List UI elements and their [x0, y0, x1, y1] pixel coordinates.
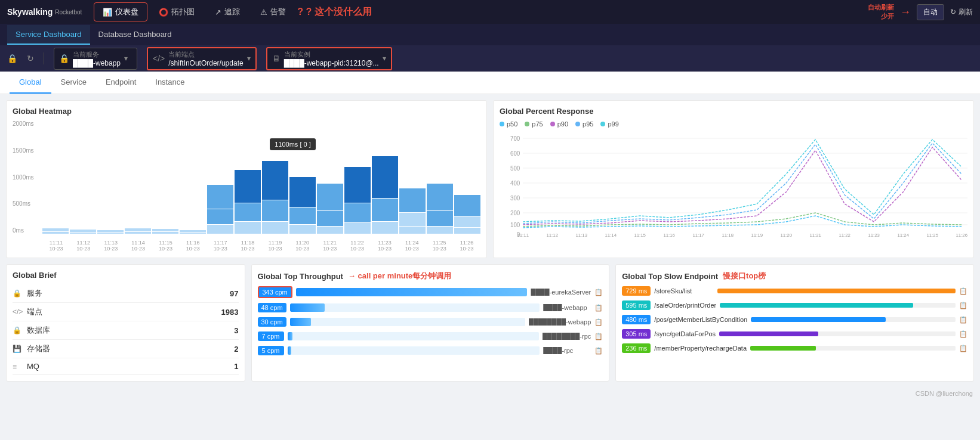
- nav-dashboard-label: 仪表盘: [115, 7, 138, 17]
- toolbar: 🔒 ↻ 🔒 当前服务 ████-webapp ▾ </> 当前端点 /shift…: [0, 45, 980, 72]
- heatmap-column: [262, 120, 288, 234]
- cpm-badge-3: 30 cpm: [258, 317, 286, 327]
- y-label-1000: 1000ms: [13, 174, 39, 181]
- endpoint-selector[interactable]: </> 当前端点 /shiftInOutOrder/update ▾: [147, 47, 257, 70]
- copy-icon[interactable]: 📋: [959, 287, 967, 295]
- tab-service[interactable]: Service: [51, 72, 96, 94]
- service-label: 当前服务: [73, 50, 121, 59]
- database-icon: 🔒: [13, 326, 23, 334]
- heatmap-column: [180, 120, 206, 234]
- list-item: 48 cpm ████-webapp 📋: [258, 303, 603, 312]
- nav-alarm-label: 告警: [270, 7, 286, 17]
- svg-text:700: 700: [510, 135, 520, 142]
- top-slow-card: Global Top Slow Endpoint 慢接口top榜 729 ms …: [615, 264, 974, 382]
- x-label: 11:21 10-23: [323, 240, 337, 252]
- p75-dot: [525, 122, 529, 126]
- tab-global[interactable]: Global: [10, 72, 51, 94]
- endpoint-value: /shiftInOutOrder/update: [168, 59, 243, 67]
- nav-trace[interactable]: ↗ 追踪: [206, 2, 249, 21]
- global-percent-response-card: Global Percent Response p50 p75 p90 p95 …: [493, 100, 974, 258]
- refresh-label: 刷新: [959, 7, 973, 17]
- percent-response-chart: 700 600 500 400 300 200 100 0 11:11: [500, 132, 967, 237]
- app-name: Skywalking: [7, 7, 53, 17]
- legend-p95: p95: [575, 120, 593, 128]
- chevron-down-icon: ▾: [124, 54, 128, 63]
- global-brief-card: Global Brief 🔒 服务 97 </> 端点 1983 🔒 数据库 3…: [6, 264, 245, 382]
- heatmap-column: [70, 120, 96, 234]
- list-item: 236 ms /memberProperty/rechargeData 📋: [622, 343, 967, 353]
- copy-icon[interactable]: 📋: [959, 330, 967, 338]
- copy-icon[interactable]: 📋: [959, 316, 967, 324]
- mq-count: 1: [234, 362, 238, 371]
- nav-dashboard[interactable]: 📊 仪表盘: [94, 2, 147, 21]
- throughput-bar: [288, 332, 292, 340]
- tab-instance[interactable]: Instance: [146, 72, 194, 94]
- refresh-icon[interactable]: ↻: [27, 54, 34, 63]
- database-count: 3: [234, 326, 238, 335]
- nav-topology[interactable]: ⭕ 拓扑图: [150, 2, 204, 21]
- slow-bar-wrap: [717, 289, 956, 293]
- arrow-icon: →: [900, 6, 911, 18]
- endpoint-label: 当前端点: [168, 50, 243, 59]
- copy-icon[interactable]: 📋: [594, 318, 603, 326]
- refresh-button[interactable]: ↻ 刷新: [950, 7, 973, 17]
- slow-bar: [719, 331, 818, 336]
- copy-icon[interactable]: 📋: [959, 302, 967, 309]
- app-sub: Rocketbot: [55, 9, 82, 16]
- throughput-bar: [288, 346, 291, 355]
- instance-value: ████-webapp-pid:31210@...: [284, 59, 379, 67]
- p50-dot: [500, 122, 504, 126]
- heatmap-column: [372, 120, 398, 234]
- x-label: 11:26 10-23: [460, 240, 474, 252]
- endpoint-icon: </>: [13, 308, 23, 316]
- alarm-icon: ⚠: [260, 8, 267, 17]
- storage-count: 2: [234, 345, 238, 354]
- copy-icon[interactable]: 📋: [594, 347, 603, 355]
- p99-dot: [600, 122, 605, 126]
- legend-p99: p99: [600, 120, 618, 128]
- nav-topology-label: 拓扑图: [171, 7, 195, 17]
- slow-endpoint-4: /sync/getDataForPos: [654, 330, 716, 337]
- list-item: 595 ms /saleOrder/printOrder 📋: [622, 300, 967, 310]
- legend-p75: p75: [525, 120, 543, 128]
- copy-icon[interactable]: 📋: [594, 289, 603, 296]
- nav-right: 自动刷新 少开 → 自动 ↻ 刷新: [868, 3, 973, 21]
- percent-response-title: Global Percent Response: [500, 107, 967, 116]
- instance-selector[interactable]: 🖥 当前实例 ████-webapp-pid:31210@... ▾: [266, 47, 392, 70]
- auto-refresh-annotation2: 少开: [881, 12, 894, 21]
- list-item: 480 ms /pos/getMemberListByCondition 📋: [622, 315, 967, 324]
- chevron-down-icon: ▾: [247, 54, 251, 63]
- throughput-title: Global Top Throughput: [258, 272, 343, 281]
- service-selector[interactable]: 🔒 当前服务 ████-webapp ▾: [54, 48, 137, 70]
- auto-button[interactable]: 自动: [917, 4, 944, 20]
- storage-label: 存储器: [27, 343, 234, 354]
- copy-icon[interactable]: 📋: [594, 304, 603, 312]
- nav-alarm[interactable]: ⚠ 告警: [251, 2, 295, 21]
- main-content-top: Global Heatmap 2000ms 1500ms 1000ms 500m…: [0, 94, 980, 264]
- slow-bar: [720, 303, 913, 308]
- slow-bar: [750, 346, 816, 351]
- list-item: 729 ms /storeSku/list 📋: [622, 286, 967, 296]
- cpm-badge-1: 343 cpm: [258, 286, 292, 298]
- database-dashboard-tab[interactable]: Database Dashboard: [90, 25, 180, 45]
- legend: p50 p75 p90 p95 p99: [500, 120, 967, 128]
- legend-p90: p90: [550, 120, 568, 128]
- copy-icon[interactable]: 📋: [594, 333, 603, 340]
- tab-endpoint[interactable]: Endpoint: [96, 72, 146, 94]
- heatmap-column: [152, 120, 178, 234]
- y-label-500: 500ms: [13, 200, 39, 207]
- list-item: 343 cpm ████-eurekaServer 📋: [258, 286, 603, 298]
- p99-label: p99: [608, 120, 618, 128]
- throughput-name-4: ████████-rpc: [543, 333, 591, 340]
- nav-annotation: ? ? 这个没什么用: [297, 6, 371, 18]
- copy-icon[interactable]: 📋: [959, 345, 967, 352]
- x-label: 11:15 10-23: [159, 240, 172, 252]
- auto-refresh-annotation: 自动刷新: [868, 3, 894, 12]
- svg-text:300: 300: [510, 195, 520, 202]
- cpm-badge-2: 48 cpm: [258, 303, 286, 312]
- list-item: 7 cpm ████████-rpc 📋: [258, 331, 603, 341]
- service-dashboard-tab[interactable]: Service Dashboard: [7, 25, 90, 45]
- slow-endpoint-1: /storeSku/list: [654, 287, 714, 295]
- separator: [44, 52, 44, 64]
- x-label: 11:11 10-23: [49, 240, 63, 252]
